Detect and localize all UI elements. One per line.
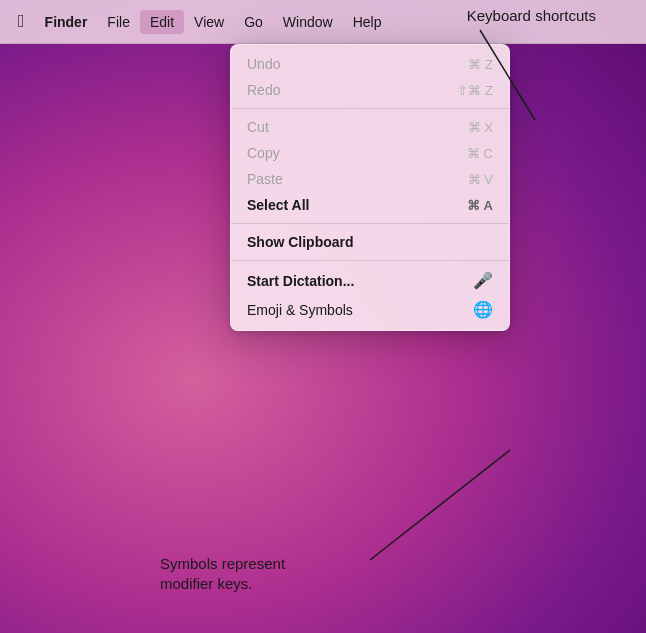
annotation-symbols-text: Symbols represent modifier keys. [160, 555, 285, 592]
menu-item-undo-label: Undo [247, 56, 280, 72]
menu-item-redo-label: Redo [247, 82, 280, 98]
globe-icon: 🌐 [473, 300, 493, 319]
menu-item-select-all-label: Select All [247, 197, 310, 213]
menu-item-start-dictation-label: Start Dictation... [247, 273, 354, 289]
menu-item-undo[interactable]: Undo ⌘ Z [231, 51, 509, 77]
menubar-item-edit[interactable]: Edit [140, 10, 184, 34]
separator-2 [231, 223, 509, 224]
menu-shortcut-redo: ⇧⌘ Z [457, 83, 493, 98]
menu-item-copy-label: Copy [247, 145, 280, 161]
menubar-item-window[interactable]: Window [273, 10, 343, 34]
microphone-icon: 🎤 [473, 271, 493, 290]
menu-item-show-clipboard[interactable]: Show Clipboard [231, 229, 509, 255]
menu-item-cut[interactable]: Cut ⌘ X [231, 114, 509, 140]
menu-item-emoji-symbols[interactable]: Emoji & Symbols 🌐 [231, 295, 509, 324]
menu-shortcut-copy: ⌘ C [467, 146, 493, 161]
separator-3 [231, 260, 509, 261]
menu-shortcut-undo: ⌘ Z [468, 57, 493, 72]
edit-menu-dropdown: Undo ⌘ Z Redo ⇧⌘ Z Cut ⌘ X Copy ⌘ C Past… [230, 44, 510, 331]
separator-1 [231, 108, 509, 109]
annotation-symbols-represent: Symbols represent modifier keys. [160, 554, 285, 593]
menu-shortcut-cut: ⌘ X [468, 120, 493, 135]
menu-item-show-clipboard-label: Show Clipboard [247, 234, 354, 250]
menu-item-start-dictation[interactable]: Start Dictation... 🎤 [231, 266, 509, 295]
menu-item-redo[interactable]: Redo ⇧⌘ Z [231, 77, 509, 103]
annotation-keyboard-shortcuts-text: Keyboard shortcuts [467, 7, 596, 24]
menu-item-cut-label: Cut [247, 119, 269, 135]
annotation-keyboard-shortcuts: Keyboard shortcuts [467, 6, 596, 26]
menu-item-copy[interactable]: Copy ⌘ C [231, 140, 509, 166]
menu-item-paste[interactable]: Paste ⌘ V [231, 166, 509, 192]
menu-item-paste-label: Paste [247, 171, 283, 187]
apple-menu[interactable]:  [8, 7, 35, 36]
menubar-item-help[interactable]: Help [343, 10, 392, 34]
menubar-item-file[interactable]: File [97, 10, 140, 34]
menubar-item-go[interactable]: Go [234, 10, 273, 34]
menubar-item-view[interactable]: View [184, 10, 234, 34]
menu-shortcut-select-all: ⌘ A [467, 198, 493, 213]
menubar-item-finder[interactable]: Finder [35, 10, 98, 34]
menu-item-emoji-symbols-label: Emoji & Symbols [247, 302, 353, 318]
menu-shortcut-paste: ⌘ V [468, 172, 493, 187]
menu-item-select-all[interactable]: Select All ⌘ A [231, 192, 509, 218]
